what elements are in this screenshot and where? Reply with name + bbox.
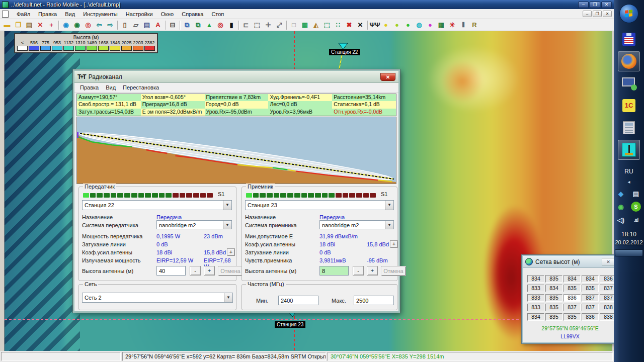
toolbar-delete-picture-icon[interactable]: ✖ [344, 20, 355, 30]
clock[interactable]: 18:10 [621, 231, 636, 238]
height-cell[interactable]: 836 [582, 313, 599, 321]
menu-item-Вид[interactable]: Вид [61, 10, 79, 18]
dialog-menu-item-Правка[interactable]: Правка [76, 83, 102, 92]
volume-tray-icon[interactable]: ◁) [616, 215, 626, 225]
start-button[interactable] [619, 4, 638, 23]
mdi-restore-button[interactable]: ❐ [593, 11, 602, 17]
taskbar-firefox-icon[interactable] [618, 51, 640, 71]
tx-cancel-button[interactable]: Отмена [218, 266, 243, 276]
frequency-min-input[interactable]: 2400 [278, 296, 318, 305]
taskbar-1c-icon[interactable]: 1С [618, 96, 640, 116]
menu-item-Инструменты[interactable]: Инструменты [79, 10, 122, 18]
height-cell[interactable]: 837 [582, 294, 599, 302]
toolbar-paste-icon[interactable]: ⧉ [193, 20, 204, 30]
menu-item-Стоп[interactable]: Стоп [207, 10, 228, 18]
toolbar-open-network-icon[interactable]: ❐ [13, 20, 24, 30]
mdi-close-button[interactable]: ✕ [603, 11, 612, 17]
toolbar-unit-magenta-icon[interactable]: ● [425, 20, 436, 30]
toolbar-map-properties-icon[interactable]: ◉ [60, 20, 71, 30]
toolbar-white-picture-icon[interactable]: □ [288, 20, 299, 30]
tx-station-select[interactable]: Станция 22 ▼ [82, 200, 232, 210]
antivirus-tray-icon[interactable]: ◉ [616, 202, 626, 212]
toolbar-fill-cyan-icon[interactable]: ◍ [414, 20, 425, 30]
network-select[interactable]: Сеть 2 ▼ [82, 293, 233, 303]
height-cell[interactable]: 834 [527, 313, 544, 321]
toolbar-target-icon[interactable]: ◎ [215, 20, 226, 30]
dialog-close-button[interactable]: ✕ [380, 73, 395, 81]
tx-gain-plus-button[interactable]: + [227, 248, 235, 256]
toolbar-grid-dots-icon[interactable]: ∷ [333, 20, 344, 30]
date[interactable]: 20.02.2012 [615, 239, 642, 245]
rx-station-select[interactable]: Станция 23 ▼ [245, 200, 394, 210]
dropbox-tray-icon[interactable]: ◆ [616, 189, 626, 199]
height-cell[interactable]: 835 [545, 275, 562, 283]
toolbar-relief-icon[interactable]: ◭ [310, 20, 321, 30]
show-hidden-icons-button[interactable]: ◂ [627, 179, 630, 185]
chevron-down-icon[interactable]: ▼ [385, 201, 393, 210]
height-cell[interactable]: 834 [527, 275, 544, 283]
tx-height-plus-button[interactable]: + [204, 266, 215, 276]
toolbar-grid-select-icon[interactable]: ⬚ [321, 20, 333, 30]
height-grid-close-button[interactable]: ✕ [602, 258, 615, 265]
toolbar-zoom-map-icon[interactable]: ◎ [83, 20, 94, 30]
language-indicator[interactable]: RU [624, 168, 633, 175]
toolbar-new-picture-icon[interactable]: ▯ [119, 20, 130, 30]
taskbar-radio-mobile-icon[interactable] [618, 140, 640, 160]
toolbar-back-icon[interactable]: ⇦ [94, 20, 105, 30]
height-grid-titlebar[interactable]: Сетка высот (м) ✕ [523, 256, 617, 268]
rx-height-plus-button[interactable]: + [367, 266, 378, 276]
mdi-document-icon[interactable] [2, 11, 9, 18]
height-cell[interactable]: 834 [564, 275, 581, 283]
maximize-button[interactable]: ❐ [590, 2, 600, 8]
toolbar-copy-icon[interactable]: ⧉ [182, 20, 193, 30]
toolbar-print-icon[interactable]: ⊟ [167, 20, 178, 30]
taskbar-remote-desktop-icon[interactable] [618, 73, 640, 94]
height-cell[interactable]: 833 [527, 304, 544, 311]
rx-height-minus-button[interactable]: - [353, 266, 364, 276]
toolbar-archive-icon[interactable]: ▤ [24, 20, 35, 30]
height-cell[interactable]: 837 [564, 304, 581, 311]
window-titlebar[interactable]: ..\default.net - Radio Mobile - [..\defa… [0, 0, 614, 9]
toolbar-new-network-icon[interactable]: ▬ [2, 20, 13, 30]
network-signal-tray-icon[interactable]: .ıɪl [631, 215, 641, 225]
toolbar-radio-link-icon[interactable]: ΨΨ [369, 20, 380, 30]
menu-item-Настройки[interactable]: Настройки [122, 10, 157, 18]
toolbar-ruler-icon[interactable]: ⊏ [240, 20, 252, 30]
toolbar-restore-picture-icon[interactable]: ▱ [130, 20, 141, 30]
menu-item-Справка[interactable]: Справка [178, 10, 207, 18]
toolbar-contrast-icon[interactable]: ▮ [226, 20, 237, 30]
menu-item-Файл[interactable]: Файл [13, 10, 34, 18]
height-cell[interactable]: 836 [564, 294, 581, 302]
height-cell[interactable]: 833 [527, 285, 544, 292]
tx-antenna-height-input[interactable]: 40 [156, 266, 186, 276]
show-desktop-button[interactable] [615, 249, 643, 256]
height-cell[interactable]: 835 [564, 313, 581, 321]
height-cell[interactable]: 835 [545, 294, 562, 302]
toolbar-spectrum-icon[interactable]: ⫴ [458, 20, 469, 30]
toolbar-unit-yellowgreen-icon[interactable]: ● [391, 20, 403, 30]
height-cell[interactable]: 833 [527, 294, 544, 302]
rx-purpose-value[interactable]: Передача [319, 214, 345, 220]
toolbar-map-colors-icon[interactable]: ▦ [299, 20, 310, 30]
close-button[interactable]: ✕ [601, 2, 612, 8]
height-cell[interactable]: 835 [582, 285, 599, 292]
frequency-max-input[interactable]: 2500 [354, 296, 394, 305]
rx-gain-plus-button[interactable]: + [390, 240, 398, 248]
minimize-button[interactable]: – [578, 2, 589, 8]
taskbar-save-document-icon[interactable] [618, 29, 640, 49]
dialog-menu-item-Перестановка[interactable]: Перестановка [119, 83, 163, 92]
rx-antenna-height-input[interactable]: 8 [319, 266, 349, 276]
clipboard-tray-icon[interactable]: ▤ [631, 189, 641, 199]
rx-cancel-button[interactable]: Отмена [381, 266, 406, 276]
toolbar-route-icon[interactable]: R [469, 20, 480, 30]
tx-purpose-value[interactable]: Передача [156, 214, 182, 220]
height-cell[interactable]: 835 [564, 285, 581, 292]
toolbar-merge-pictures-icon[interactable]: ▲ [204, 20, 215, 30]
chevron-down-icon[interactable]: ▼ [224, 293, 232, 302]
menu-item-Окно[interactable]: Окно [157, 10, 178, 18]
toolbar-unit-yellow-icon[interactable]: ● [380, 20, 391, 30]
toolbar-save-picture-icon[interactable]: ▤ [141, 20, 152, 30]
toolbar-close-picture-icon[interactable]: ✕ [355, 20, 366, 30]
height-cell[interactable]: 834 [545, 285, 562, 292]
dialog-titlebar[interactable]: T+T Радиоканал ✕ [74, 71, 398, 83]
